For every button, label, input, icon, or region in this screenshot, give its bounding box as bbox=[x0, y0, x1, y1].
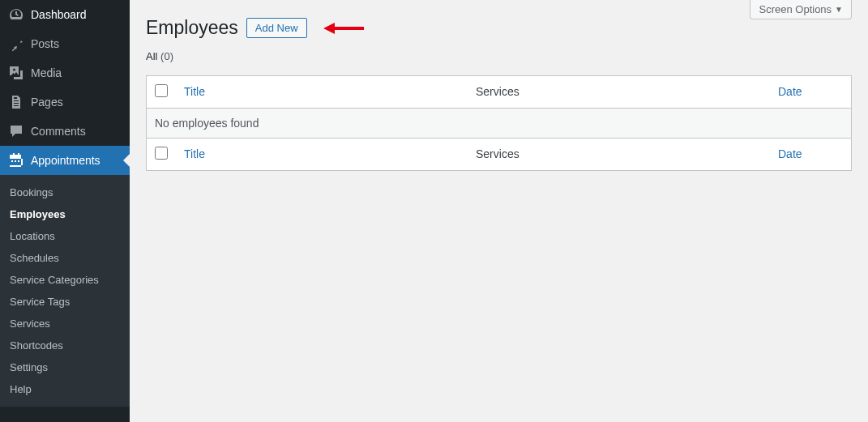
column-footer-title[interactable]: Title bbox=[176, 138, 468, 170]
menu-item-pages[interactable]: Pages bbox=[0, 87, 130, 117]
select-all-checkbox-top[interactable] bbox=[155, 84, 168, 97]
column-header-services: Services bbox=[468, 76, 770, 109]
menu-item-posts[interactable]: Posts bbox=[0, 29, 130, 58]
column-footer-services: Services bbox=[468, 138, 770, 170]
submenu-appointments: Bookings Employees Locations Schedules S… bbox=[0, 175, 130, 407]
dashboard-icon bbox=[8, 6, 24, 23]
table-footer-row: Title Services Date bbox=[147, 138, 851, 170]
calendar-icon bbox=[8, 152, 24, 168]
table-header-row: Title Services Date bbox=[147, 76, 851, 109]
filter-all-count: (0) bbox=[160, 50, 173, 62]
pages-icon bbox=[8, 94, 24, 110]
admin-sidebar: Dashboard Posts Media Pages Comments bbox=[0, 0, 130, 422]
submenu-item-bookings[interactable]: Bookings bbox=[0, 181, 130, 203]
employees-table: Title Services Date No employees found T… bbox=[146, 75, 852, 171]
menu-item-dashboard[interactable]: Dashboard bbox=[0, 0, 130, 29]
table-row-empty: No employees found bbox=[147, 109, 851, 138]
menu-label: Appointments bbox=[31, 153, 100, 168]
filter-links: All (0) bbox=[146, 50, 852, 62]
screen-options-wrap: Screen Options ▼ bbox=[750, 0, 852, 19]
screen-options-button[interactable]: Screen Options ▼ bbox=[750, 0, 852, 19]
screen-options-label: Screen Options bbox=[759, 3, 832, 15]
select-all-header bbox=[147, 76, 176, 109]
pin-icon bbox=[8, 36, 24, 52]
submenu-item-service-tags[interactable]: Service Tags bbox=[0, 291, 130, 313]
filter-all[interactable]: All bbox=[146, 50, 157, 62]
heading-row: Employees Add New bbox=[146, 16, 852, 40]
column-footer-date[interactable]: Date bbox=[770, 138, 851, 170]
select-all-checkbox-bottom[interactable] bbox=[155, 147, 168, 160]
submenu-item-service-categories[interactable]: Service Categories bbox=[0, 269, 130, 291]
menu-item-appointments[interactable]: Appointments bbox=[0, 146, 130, 175]
menu-label: Dashboard bbox=[31, 7, 87, 22]
submenu-item-shortcodes[interactable]: Shortcodes bbox=[0, 335, 130, 356]
main-content: Screen Options ▼ Employees Add New All (… bbox=[130, 0, 868, 422]
submenu-item-help[interactable]: Help bbox=[0, 378, 130, 400]
menu-label: Pages bbox=[31, 95, 63, 109]
empty-message: No employees found bbox=[147, 109, 851, 138]
select-all-footer bbox=[147, 138, 176, 170]
comments-icon bbox=[8, 123, 24, 139]
add-new-button[interactable]: Add New bbox=[246, 18, 307, 38]
menu-label: Posts bbox=[31, 36, 59, 51]
media-icon bbox=[8, 65, 24, 81]
menu-label: Comments bbox=[31, 124, 86, 139]
submenu-item-schedules[interactable]: Schedules bbox=[0, 247, 130, 269]
page-title: Employees bbox=[146, 16, 238, 40]
submenu-item-services[interactable]: Services bbox=[0, 313, 130, 335]
submenu-item-employees[interactable]: Employees bbox=[0, 203, 130, 225]
menu-label: Media bbox=[31, 66, 62, 80]
chevron-down-icon: ▼ bbox=[835, 5, 843, 14]
submenu-item-locations[interactable]: Locations bbox=[0, 225, 130, 247]
annotation-arrow-icon bbox=[323, 20, 364, 36]
submenu-item-settings[interactable]: Settings bbox=[0, 356, 130, 378]
svg-marker-1 bbox=[323, 23, 335, 34]
column-header-date[interactable]: Date bbox=[770, 76, 851, 109]
column-header-title[interactable]: Title bbox=[176, 76, 468, 109]
menu-item-media[interactable]: Media bbox=[0, 58, 130, 87]
menu-item-comments[interactable]: Comments bbox=[0, 117, 130, 146]
